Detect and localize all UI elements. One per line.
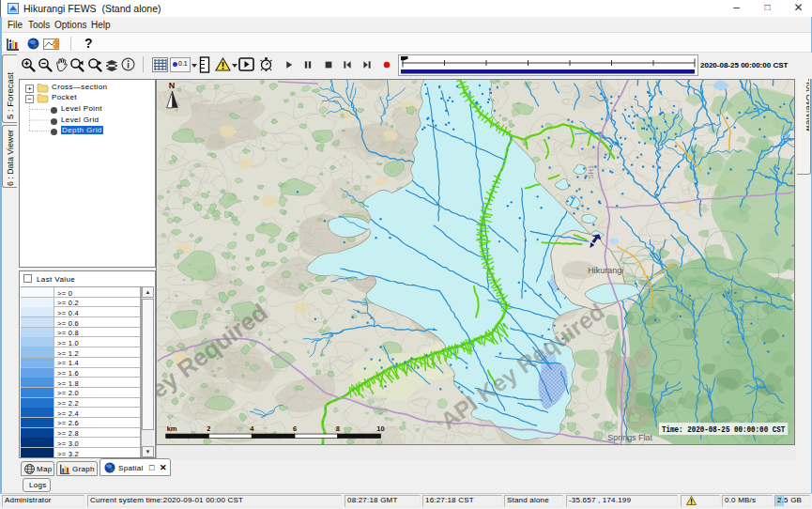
svg-text:N: N	[169, 81, 175, 90]
svg-text:2: 2	[207, 424, 210, 433]
svg-text:Time: 2020-08-25 00:00:00 CST: Time: 2020-08-25 00:00:00 CST	[662, 425, 785, 434]
svg-text:SH1: SH1	[587, 165, 595, 179]
svg-text:6 : Data Viewer: 6 : Data Viewer	[6, 130, 15, 186]
svg-text:10: 10	[376, 424, 384, 433]
svg-text:km: km	[167, 424, 177, 433]
svg-text:Hikurangi: Hikurangi	[588, 266, 623, 275]
svg-text:6: 6	[293, 424, 297, 433]
svg-text:5 : Forecast: 5 : Forecast	[5, 71, 15, 119]
svg-text:Springs Flat: Springs Flat	[607, 433, 652, 442]
svg-text:8: 8	[336, 424, 340, 433]
